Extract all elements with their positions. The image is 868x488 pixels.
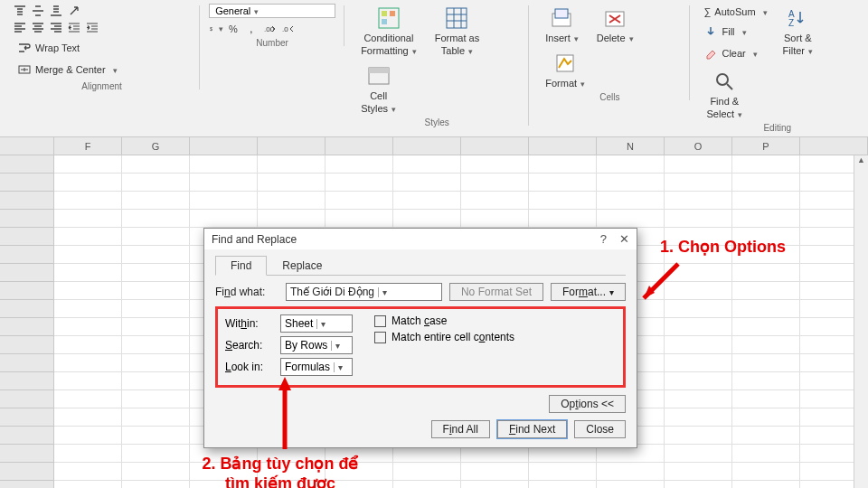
- wrap-text-button[interactable]: Wrap Text: [13, 38, 122, 58]
- column-header[interactable]: P: [732, 137, 800, 155]
- row-header[interactable]: [0, 481, 54, 488]
- cell[interactable]: [258, 192, 326, 210]
- cell[interactable]: [54, 210, 122, 228]
- cell[interactable]: [732, 210, 800, 228]
- cell[interactable]: [54, 264, 122, 282]
- cell[interactable]: [529, 210, 597, 228]
- cell[interactable]: [122, 318, 190, 336]
- cell[interactable]: [190, 174, 258, 192]
- find-select-button[interactable]: Find & Select: [699, 67, 750, 121]
- comma-icon[interactable]: ,: [245, 22, 259, 36]
- cell[interactable]: [122, 246, 190, 264]
- row-header[interactable]: [0, 354, 54, 372]
- cell[interactable]: [665, 390, 732, 408]
- column-header[interactable]: [258, 137, 326, 155]
- cell[interactable]: [190, 192, 258, 210]
- column-header[interactable]: [393, 137, 461, 155]
- align-left-icon[interactable]: [13, 20, 27, 34]
- cell[interactable]: [461, 192, 529, 210]
- cell[interactable]: [122, 192, 190, 210]
- within-select[interactable]: Sheet▾: [280, 314, 353, 333]
- cell[interactable]: [732, 155, 800, 174]
- cell[interactable]: [190, 155, 258, 174]
- find-all-button[interactable]: Find All: [431, 420, 490, 438]
- cell[interactable]: [393, 463, 461, 481]
- column-header[interactable]: O: [665, 137, 732, 155]
- cell[interactable]: [326, 155, 393, 174]
- search-select[interactable]: By Rows▾: [280, 336, 353, 354]
- cell[interactable]: [597, 463, 665, 481]
- cell[interactable]: [597, 155, 665, 174]
- find-next-button[interactable]: Find Next: [497, 420, 567, 438]
- close-button[interactable]: Close: [574, 420, 626, 438]
- row-header[interactable]: [0, 155, 54, 174]
- row-header[interactable]: [0, 228, 54, 246]
- cell[interactable]: [54, 408, 122, 427]
- cell[interactable]: [665, 427, 732, 445]
- indent-inc-icon[interactable]: [85, 20, 99, 34]
- cell[interactable]: [732, 174, 800, 192]
- cell[interactable]: [393, 174, 461, 192]
- close-icon[interactable]: ✕: [619, 232, 629, 246]
- cell[interactable]: [529, 192, 597, 210]
- cell[interactable]: [122, 174, 190, 192]
- autosum-button[interactable]: ∑AutoSum: [699, 4, 771, 20]
- cell[interactable]: [665, 192, 732, 210]
- cell[interactable]: [665, 318, 732, 336]
- cell[interactable]: [54, 300, 122, 318]
- cell[interactable]: [665, 174, 732, 192]
- cell[interactable]: [258, 174, 326, 192]
- cell[interactable]: [597, 174, 665, 192]
- row-header[interactable]: [0, 174, 54, 192]
- column-header[interactable]: [0, 137, 54, 155]
- cell[interactable]: [122, 354, 190, 372]
- cell[interactable]: [461, 174, 529, 192]
- cell[interactable]: [665, 408, 732, 427]
- column-header[interactable]: [190, 137, 258, 155]
- row-header[interactable]: [0, 408, 54, 427]
- cell[interactable]: [393, 210, 461, 228]
- cell[interactable]: [529, 481, 597, 488]
- cell[interactable]: [54, 336, 122, 354]
- format-as-table-button[interactable]: Format as Table: [428, 4, 487, 58]
- cell[interactable]: [665, 336, 732, 354]
- cell[interactable]: [54, 390, 122, 408]
- delete-button[interactable]: Delete: [590, 4, 641, 45]
- cell[interactable]: [190, 210, 258, 228]
- cell[interactable]: [665, 463, 732, 481]
- fill-button[interactable]: Fill: [699, 22, 771, 42]
- cell[interactable]: [665, 445, 732, 463]
- row-header[interactable]: [0, 192, 54, 210]
- cell[interactable]: [529, 463, 597, 481]
- cell[interactable]: [461, 481, 529, 488]
- cell[interactable]: [665, 155, 732, 174]
- cell[interactable]: [597, 192, 665, 210]
- cell[interactable]: [54, 228, 122, 246]
- cell[interactable]: [732, 336, 800, 354]
- cell[interactable]: [597, 481, 665, 488]
- row-header[interactable]: [0, 445, 54, 463]
- cell[interactable]: [54, 174, 122, 192]
- cell[interactable]: [732, 264, 800, 282]
- cell[interactable]: [122, 427, 190, 445]
- cell[interactable]: [665, 210, 732, 228]
- cell[interactable]: [732, 408, 800, 427]
- column-header[interactable]: N: [597, 137, 665, 155]
- align-bot-icon[interactable]: [49, 4, 63, 18]
- cell[interactable]: [122, 264, 190, 282]
- cell[interactable]: [326, 192, 393, 210]
- cell[interactable]: [54, 282, 122, 300]
- cell[interactable]: [529, 174, 597, 192]
- row-header[interactable]: [0, 390, 54, 408]
- cell[interactable]: [54, 427, 122, 445]
- row-header[interactable]: [0, 463, 54, 481]
- row-header[interactable]: [0, 336, 54, 354]
- cell[interactable]: [665, 372, 732, 390]
- cell[interactable]: [122, 155, 190, 174]
- chevron-down-icon[interactable]: ▾: [378, 287, 387, 297]
- column-header[interactable]: [326, 137, 393, 155]
- match-case-checkbox[interactable]: [374, 315, 386, 327]
- cell[interactable]: [326, 174, 393, 192]
- match-contents-checkbox[interactable]: [374, 332, 386, 343]
- cell[interactable]: [393, 155, 461, 174]
